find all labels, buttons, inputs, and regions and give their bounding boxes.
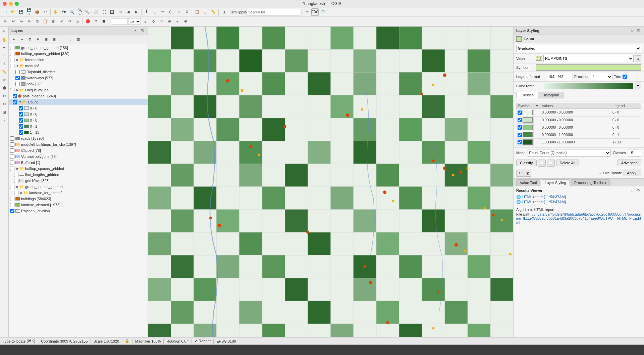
move-up-btn[interactable]: ↑: [58, 36, 66, 43]
expand-arrow[interactable]: ▼: [15, 64, 19, 68]
sym-color[interactable]: [523, 125, 533, 130]
undo-btn[interactable]: ↩: [9, 18, 17, 25]
legend-format-input[interactable]: [548, 73, 573, 80]
measure-btn[interactable]: 📏: [210, 8, 217, 16]
select-btn[interactable]: ◻: [151, 8, 158, 16]
layer-checkbox[interactable]: [10, 167, 14, 171]
layer-checkbox[interactable]: [10, 64, 14, 68]
value-select[interactable]: NUMPOINTS: [543, 55, 634, 62]
layer-checkbox[interactable]: [10, 154, 14, 159]
move-btn[interactable]: ⤢: [58, 18, 65, 25]
tool-zoom-in[interactable]: +: [1, 44, 8, 51]
layer-item[interactable]: pois_cleaned [1249]: [9, 93, 148, 99]
select-freehand-btn[interactable]: ✏: [159, 8, 166, 16]
processing-toolbox-tab[interactable]: Processing Toolbox: [571, 179, 610, 186]
layer-checkbox[interactable]: [19, 106, 23, 110]
layer-checkbox[interactable]: [14, 191, 18, 195]
save-project-btn[interactable]: 💾: [17, 8, 25, 16]
layer-checkbox[interactable]: [10, 88, 14, 92]
results-float-btn[interactable]: ⇱: [636, 188, 641, 193]
sym-checkbox[interactable]: [518, 125, 522, 130]
symbol-preview[interactable]: [536, 64, 641, 71]
snap6-btn[interactable]: ⊙: [166, 18, 173, 25]
expand-arrow[interactable]: ▶: [15, 185, 19, 189]
apply-btn[interactable]: Apply: [622, 170, 641, 176]
next-extent-btn[interactable]: ▶: [132, 8, 140, 16]
zoom-layer-btn[interactable]: 🔲: [108, 8, 116, 16]
action-icon-2[interactable]: ⊟: [547, 160, 555, 167]
edit2-btn[interactable]: ✏: [25, 18, 33, 25]
color-ramp-preview[interactable]: [543, 83, 633, 89]
layers-float-btn[interactable]: ⇱: [140, 28, 145, 33]
save-pkg-btn[interactable]: 📦: [34, 8, 41, 16]
rotate-btn[interactable]: ↻: [66, 18, 73, 25]
deselect-btn[interactable]: ✗: [183, 8, 191, 16]
edit-pencil-btn[interactable]: ✏: [1, 18, 9, 25]
layer-item[interactable]: green_spaces_gridded [186]: [9, 45, 148, 51]
collapse-all-btn[interactable]: ⊟: [50, 36, 58, 43]
tool-measure[interactable]: 📏: [1, 68, 8, 76]
history-btn[interactable]: ⧖: [524, 170, 531, 177]
tool-rotate[interactable]: ↻: [1, 92, 8, 100]
tool-select[interactable]: ↖: [1, 28, 8, 35]
open-table-btn[interactable]: 📋: [194, 8, 201, 16]
layer-group-item[interactable]: ▶ 📁 Intersection: [9, 57, 148, 63]
tool-merge[interactable]: ⊞: [1, 108, 8, 116]
select-radius-btn[interactable]: ○: [175, 8, 182, 16]
scale-btn[interactable]: ⇲: [74, 18, 81, 25]
action-icon-1[interactable]: ⊞: [538, 160, 546, 167]
prev-extent-btn[interactable]: ◀: [124, 8, 132, 16]
layer-item[interactable]: waterways [577]: [9, 75, 148, 81]
touch-zoom-btn[interactable]: 🔍: [68, 8, 75, 16]
layer-checkbox[interactable]: [15, 70, 20, 74]
layer-group-item[interactable]: ▶ 📁 landuse_for_phase2: [9, 190, 148, 196]
expand-arrow[interactable]: ▶: [15, 167, 19, 171]
snap-btn[interactable]: 🔴: [84, 18, 92, 25]
layer-checkbox[interactable]: [10, 185, 14, 189]
mode-select[interactable]: Equal Count (Quantile): [528, 149, 611, 157]
expand-all-btn[interactable]: ⊞: [42, 36, 50, 43]
layer-item[interactable]: landuse_cleaned [1973]: [9, 202, 148, 208]
snap4-btn[interactable]: ⊹: [150, 18, 157, 25]
expand-arrow[interactable]: ▶: [19, 191, 23, 195]
minimize-button[interactable]: [9, 2, 13, 6]
result-item-1[interactable]: 🌐 HTML report [11:54:37AM]: [516, 194, 641, 199]
layers-close-btn[interactable]: ×: [133, 28, 138, 33]
add-layer-btn[interactable]: +: [10, 36, 17, 43]
layer-group-item[interactable]: ▼ 📂 module8: [9, 63, 148, 69]
layer-item[interactable]: Buffered [1]: [9, 160, 148, 166]
layer-item[interactable]: grid10km [323]: [9, 178, 148, 184]
location-dropdown-btn[interactable]: Philippines ▾: [238, 8, 246, 16]
styling-close-btn[interactable]: ×: [629, 28, 635, 33]
layer-checkbox[interactable]: [13, 94, 17, 98]
sym-color[interactable]: [523, 117, 533, 123]
tool-zoom-out[interactable]: −: [1, 52, 8, 59]
value-tool-tab[interactable]: Value Tool: [516, 179, 540, 186]
layer-checkbox[interactable]: [10, 148, 14, 153]
sym-checkbox[interactable]: [518, 140, 522, 144]
tool-identify[interactable]: ℹ: [1, 60, 8, 68]
lock-icon-item[interactable]: 🔒: [125, 339, 129, 343]
zoom-selection-btn[interactable]: ⊞: [116, 8, 124, 16]
snap-value-input[interactable]: 0: [111, 18, 127, 25]
snap5-btn[interactable]: ✕: [158, 18, 165, 25]
classes-input[interactable]: [628, 149, 641, 157]
layer-checkbox[interactable]: [10, 161, 14, 165]
tool-pan[interactable]: ✋: [1, 36, 8, 43]
snap-unit-select[interactable]: px: [128, 18, 141, 25]
layer-item[interactable]: Rajshahi_districts: [9, 69, 148, 75]
layer-checkbox[interactable]: [10, 46, 14, 50]
tool-more[interactable]: ⋮: [1, 117, 8, 124]
maximize-button[interactable]: [15, 2, 19, 6]
renderer-select[interactable]: Graduated: [516, 45, 641, 52]
new-project-btn[interactable]: 📄: [1, 8, 9, 16]
layer-checkbox[interactable]: [19, 118, 23, 123]
zoom-in-btn[interactable]: 🔍+: [76, 8, 84, 16]
sym-checkbox[interactable]: [518, 133, 522, 137]
node-btn[interactable]: ⬟: [100, 18, 108, 25]
results-close-btn[interactable]: ×: [629, 188, 635, 193]
save-as-btn[interactable]: 💾+: [25, 8, 33, 16]
file-path-link[interactable]: /private/var/folders/ft/hddcqdgd6bd9pqy6…: [516, 212, 641, 224]
layer-item[interactable]: module8 buildings_for_clip [1397]: [9, 141, 148, 147]
layer-checkbox[interactable]: [10, 52, 14, 56]
